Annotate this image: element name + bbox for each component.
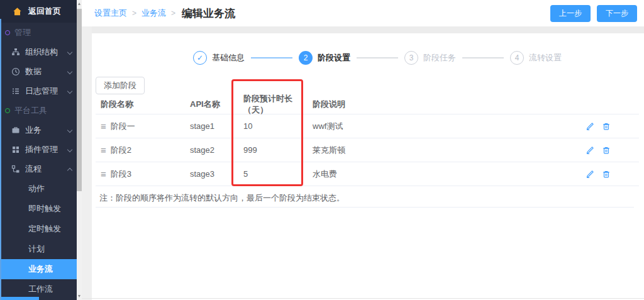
header-divider xyxy=(82,26,644,33)
drag-handle-icon[interactable]: ≡ xyxy=(101,121,106,131)
home-icon xyxy=(13,7,22,16)
sidebar-subitem-label: 定时触发 xyxy=(28,223,61,235)
step-connector xyxy=(462,57,504,58)
next-step-button[interactable]: 下一步 xyxy=(597,5,637,22)
duration-cell: 5 xyxy=(238,169,308,179)
breadcrumb-separator: > xyxy=(132,9,136,18)
step-stage-settings[interactable]: 2 阶段设置 xyxy=(299,51,350,65)
breadcrumb-separator: > xyxy=(171,9,175,18)
column-header-api-name: API名称 xyxy=(185,99,238,110)
page-title: 编辑业务流 xyxy=(182,6,235,21)
sidebar-item-platform-tools[interactable]: 平台工具 xyxy=(0,101,77,120)
sidebar-item-plugin-manage[interactable]: 插件管理 xyxy=(0,140,77,159)
chevron-down-icon xyxy=(67,147,72,152)
sidebar-item-label: 流程 xyxy=(25,164,42,175)
scroll-up-icon[interactable] xyxy=(78,3,80,5)
edit-icon[interactable] xyxy=(586,122,594,131)
sidebar-scrollbar[interactable] xyxy=(77,0,82,300)
sidebar-subitem-action[interactable]: 动作 xyxy=(0,179,77,199)
duration-cell: 10 xyxy=(238,121,308,131)
breadcrumb-link-settings-home[interactable]: 设置主页 xyxy=(94,8,127,19)
scroll-down-icon[interactable] xyxy=(78,295,80,297)
step-label: 流转设置 xyxy=(529,52,562,64)
table-row: ≡ 阶段3 stage3 5 水电费 xyxy=(96,162,639,186)
clock-icon xyxy=(11,67,20,76)
sidebar-subitem-label: 动作 xyxy=(28,183,45,194)
chevron-down-icon xyxy=(67,69,72,74)
wizard-stepper: ✓ 基础信息 2 阶段设置 3 阶段任务 4 流转设置 xyxy=(92,48,644,67)
step-flow-settings[interactable]: 4 流转设置 xyxy=(510,51,562,65)
stage-name-cell: 阶段2 xyxy=(111,145,131,156)
column-header-duration: 阶段预计时长（天） xyxy=(238,93,308,116)
api-name-cell: stage1 xyxy=(185,121,238,131)
add-stage-button[interactable]: 添加阶段 xyxy=(96,77,145,94)
chevron-down-icon xyxy=(67,88,72,93)
sidebar-item-business[interactable]: 业务 xyxy=(0,120,77,140)
purple-dot-icon xyxy=(5,30,10,35)
stage-table: 阶段名称 API名称 阶段预计时长（天） 阶段说明 ≡ 阶段一 stage1 1… xyxy=(96,94,639,208)
sidebar-item-data[interactable]: 数据 xyxy=(0,62,77,81)
step-basic-info[interactable]: ✓ 基础信息 xyxy=(193,51,245,65)
sidebar-item-home[interactable]: 返回首页 xyxy=(0,0,77,23)
table-row: ≡ 阶段2 stage2 999 莱克斯顿 xyxy=(96,138,639,162)
topbar: 设置主页 > 业务流 > 编辑业务流 上一步 下一步 xyxy=(82,0,644,26)
sidebar-subitem-label: 计划 xyxy=(28,243,45,255)
step-connector xyxy=(251,57,292,58)
chevron-up-icon xyxy=(67,167,72,172)
sidebar-item-label: 管理 xyxy=(14,27,31,38)
description-cell: 水电费 xyxy=(308,169,557,180)
delete-icon[interactable] xyxy=(602,146,611,155)
sidebar-subitem-plan[interactable]: 计划 xyxy=(0,239,77,259)
edit-icon[interactable] xyxy=(586,170,594,179)
step-number: 4 xyxy=(510,51,524,65)
sidebar-item-manage[interactable]: 管理 xyxy=(0,23,77,42)
sidebar-item-label: 插件管理 xyxy=(25,144,58,155)
sidebar-item-label: 业务 xyxy=(25,125,42,136)
content-card: ✓ 基础信息 2 阶段设置 3 阶段任务 4 流转设置 xyxy=(92,33,644,298)
chevron-down-icon xyxy=(67,49,72,54)
sidebar-subitem-label: 即时触发 xyxy=(28,203,61,214)
step-connector xyxy=(357,57,398,58)
sidebar: 返回首页 管理 组织结构 数据 xyxy=(0,0,77,300)
delete-icon[interactable] xyxy=(602,122,611,131)
drag-handle-icon[interactable]: ≡ xyxy=(101,145,106,155)
edit-icon[interactable] xyxy=(586,146,594,155)
sidebar-home-label: 返回首页 xyxy=(28,6,61,17)
sidebar-item-process[interactable]: 流程 xyxy=(0,159,77,179)
sidebar-subitem-label: 工作流 xyxy=(28,284,53,295)
column-header-stage-name: 阶段名称 xyxy=(96,99,185,110)
flow-icon xyxy=(11,165,20,174)
scrollbar-thumb[interactable] xyxy=(77,9,82,191)
table-note: 注：阶段的顺序将作为流转的默认方向，最后一个阶段为结束状态。 xyxy=(96,186,634,208)
step-stage-tasks[interactable]: 3 阶段任务 xyxy=(404,51,456,65)
topbar-buttons: 上一步 下一步 xyxy=(550,5,637,22)
sidebar-subitem-timed-trigger[interactable]: 定时触发 xyxy=(0,219,77,239)
sidebar-item-log-manage[interactable]: 日志管理 xyxy=(0,81,77,101)
org-chart-icon xyxy=(11,48,20,57)
sidebar-subitem-label: 业务流 xyxy=(28,264,53,275)
step-number: 3 xyxy=(404,51,418,65)
step-label: 阶段任务 xyxy=(423,52,456,64)
duration-cell: 999 xyxy=(238,145,308,155)
stage-name-cell: 阶段一 xyxy=(111,121,135,132)
breadcrumb-link-business-flow[interactable]: 业务流 xyxy=(142,8,166,19)
delete-icon[interactable] xyxy=(602,170,611,179)
sidebar-subitem-instant-trigger[interactable]: 即时触发 xyxy=(0,199,77,219)
window-bottom-left-accent xyxy=(1,297,39,300)
main-area: 设置主页 > 业务流 > 编辑业务流 上一步 下一步 ✓ 基础信息 xyxy=(82,0,644,300)
briefcase-icon xyxy=(11,126,20,135)
step-number: 2 xyxy=(299,51,313,65)
stage-name-cell: 阶段3 xyxy=(111,169,131,180)
card-left-margin xyxy=(82,26,92,300)
description-cell: 莱克斯顿 xyxy=(308,145,557,156)
window-bottom-line xyxy=(82,298,644,299)
breadcrumb: 设置主页 > 业务流 > 编辑业务流 xyxy=(94,6,235,21)
chevron-down-icon xyxy=(67,127,72,132)
column-header-description: 阶段说明 xyxy=(308,99,557,110)
sidebar-item-org-structure[interactable]: 组织结构 xyxy=(0,42,77,62)
prev-step-button[interactable]: 上一步 xyxy=(550,5,591,22)
sidebar-item-label: 组织结构 xyxy=(25,47,58,58)
drag-handle-icon[interactable]: ≡ xyxy=(101,169,106,179)
sidebar-item-label: 数据 xyxy=(25,66,42,77)
sidebar-subitem-business-flow-active[interactable]: 业务流 xyxy=(0,259,77,279)
